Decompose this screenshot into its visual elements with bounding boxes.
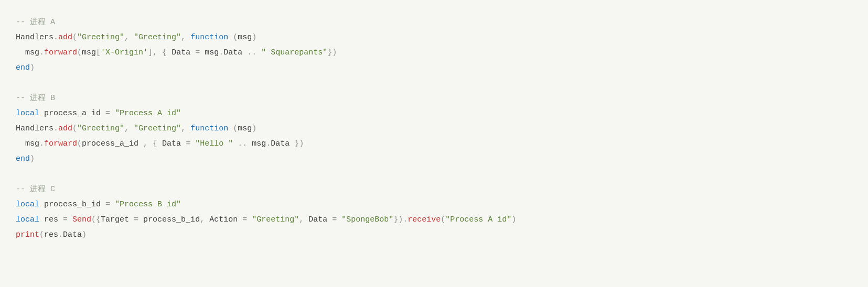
- code-token: =: [101, 200, 115, 209]
- code-token: .: [58, 230, 63, 239]
- code-token: Handlers: [16, 124, 53, 133]
- code-token: end: [16, 63, 30, 72]
- code-token: Target: [101, 215, 129, 224]
- code-line: msg.forward(process_a_id , { Data = "Hel…: [16, 136, 852, 151]
- code-token: forward: [44, 48, 77, 57]
- code-line: -- 进程 B: [16, 91, 852, 106]
- code-token: 'X-Origin': [101, 48, 148, 57]
- code-token: local: [16, 109, 39, 118]
- code-token: =: [238, 215, 252, 224]
- code-token: msg: [252, 139, 266, 148]
- code-token: =: [181, 139, 195, 148]
- code-token: process_a_id: [82, 139, 143, 148]
- code-token: }): [290, 139, 304, 148]
- code-token: ..: [233, 139, 252, 148]
- code-token: (: [441, 215, 445, 224]
- code-token: process_b_id: [39, 200, 101, 209]
- code-token: ,: [124, 124, 134, 133]
- code-token: [: [96, 48, 101, 57]
- code-token: "Greeting": [252, 215, 299, 224]
- code-line: msg.forward(msg['X-Origin'], { Data = ms…: [16, 45, 852, 60]
- code-token: Data: [172, 48, 190, 57]
- code-token: .: [53, 124, 58, 133]
- code-token: msg: [25, 139, 39, 148]
- code-token: ,: [200, 215, 209, 224]
- code-token: (: [228, 124, 238, 133]
- code-line: Handlers.add("Greeting", "Greeting", fun…: [16, 121, 852, 136]
- code-token: ,: [181, 33, 190, 42]
- code-token: (: [228, 33, 238, 42]
- code-token: ): [82, 230, 87, 239]
- code-token: Send: [72, 215, 91, 224]
- code-token: msg: [238, 124, 252, 133]
- code-token: ): [252, 124, 256, 133]
- code-token: =: [101, 109, 115, 118]
- code-token: ..: [242, 48, 261, 57]
- code-line: [16, 75, 852, 91]
- code-token: "Process A id": [445, 215, 511, 224]
- code-token: .: [219, 48, 223, 57]
- code-token: (: [77, 48, 82, 57]
- code-token: process_a_id: [39, 109, 101, 118]
- code-token: "Greeting": [134, 124, 181, 133]
- code-token: ({: [91, 215, 101, 224]
- code-token: local: [16, 215, 39, 224]
- code-token: "Hello ": [195, 139, 233, 148]
- code-token: "SpongeBob": [341, 215, 393, 224]
- code-line: Handlers.add("Greeting", "Greeting", fun…: [16, 30, 852, 45]
- code-token: res: [39, 215, 58, 224]
- code-token: msg: [25, 48, 39, 57]
- code-token: -- 进程 A: [16, 18, 55, 27]
- code-token: msg: [238, 33, 252, 42]
- code-token: .: [53, 33, 58, 42]
- code-line: local res = Send({Target = process_b_id,…: [16, 212, 852, 227]
- code-token: Data: [63, 230, 82, 239]
- code-token: "Greeting": [77, 33, 124, 42]
- code-line: local process_a_id = "Process A id": [16, 106, 852, 121]
- code-block: -- 进程 AHandlers.add("Greeting", "Greetin…: [0, 0, 868, 257]
- code-token: end: [16, 154, 30, 163]
- code-token: "Process B id": [115, 200, 181, 209]
- code-token: process_b_id: [143, 215, 200, 224]
- code-token: -- 进程 C: [16, 185, 55, 194]
- code-token: "Process A id": [115, 109, 181, 118]
- code-token: forward: [44, 139, 77, 148]
- code-token: Data: [223, 48, 242, 57]
- code-token: "Greeting": [77, 124, 124, 133]
- code-token: " Squarepants": [261, 48, 327, 57]
- code-token: res: [44, 230, 58, 239]
- code-token: Data: [308, 215, 327, 224]
- code-token: .: [266, 139, 271, 148]
- code-token: .: [39, 48, 44, 57]
- code-token: ,: [299, 215, 308, 224]
- code-token: =: [190, 48, 205, 57]
- code-token: (: [77, 139, 82, 148]
- code-token: .: [39, 139, 44, 148]
- code-token: "Greeting": [134, 33, 181, 42]
- code-token: =: [129, 215, 143, 224]
- code-token: add: [58, 33, 72, 42]
- code-token: ,: [181, 124, 190, 133]
- code-token: }).: [393, 215, 408, 224]
- code-token: (: [39, 230, 44, 239]
- code-token: Action: [209, 215, 238, 224]
- code-token: -- 进程 B: [16, 94, 55, 103]
- code-token: ): [30, 63, 35, 72]
- code-token: ): [511, 215, 516, 224]
- code-line: -- 进程 A: [16, 15, 852, 30]
- code-token: add: [58, 124, 72, 133]
- code-token: Handlers: [16, 33, 53, 42]
- code-token: =: [327, 215, 341, 224]
- code-line: end): [16, 60, 852, 75]
- code-token: ): [30, 154, 35, 163]
- code-token: ,: [124, 33, 134, 42]
- code-line: local process_b_id = "Process B id": [16, 197, 852, 212]
- code-line: -- 进程 C: [16, 182, 852, 197]
- code-token: =: [58, 215, 72, 224]
- code-token: msg: [205, 48, 219, 57]
- code-token: }): [327, 48, 337, 57]
- code-token: (: [72, 124, 77, 133]
- code-token: ): [252, 33, 256, 42]
- code-line: print(res.Data): [16, 227, 852, 242]
- code-token: print: [16, 230, 39, 239]
